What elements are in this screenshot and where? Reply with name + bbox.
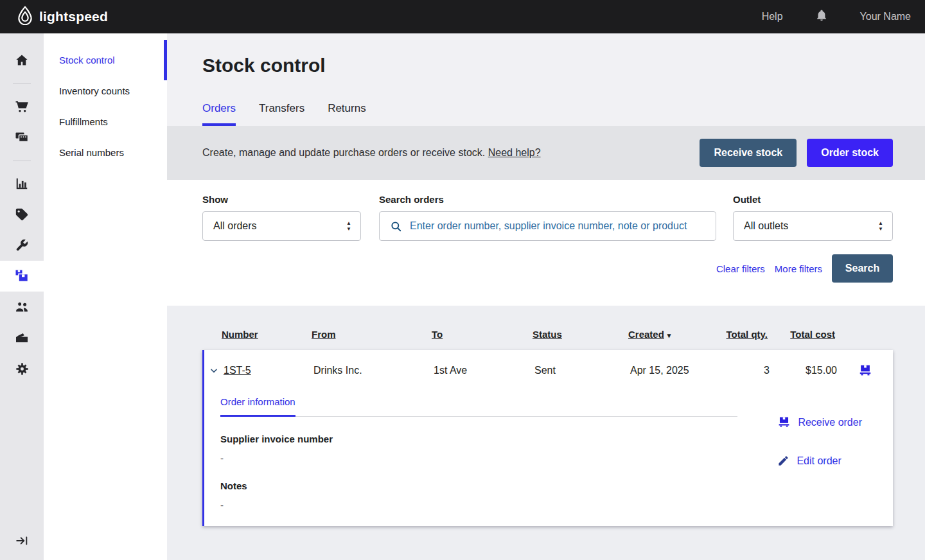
header-from[interactable]: From [312,329,336,340]
cash-drawer-icon[interactable] [0,322,44,353]
show-dropdown[interactable]: All orders ▲▼ [202,211,361,241]
order-total-qty: 3 [725,365,770,376]
register-icon[interactable] [0,122,44,153]
pencil-icon [777,455,789,467]
sort-desc-icon: ▾ [667,331,671,339]
header-number[interactable]: Number [222,329,258,340]
search-orders-input[interactable] [410,220,707,232]
clear-filters-link[interactable]: Clear filters [716,263,765,274]
order-row[interactable]: 1ST-5 Drinks Inc. 1st Ave Sent Apr 15, 2… [202,350,893,390]
tab-orders[interactable]: Orders [202,102,236,126]
outlet-dropdown[interactable]: All outlets ▲▼ [733,211,893,241]
order-from: Drinks Inc. [313,365,434,376]
notifications-bell-icon[interactable] [815,8,828,25]
sidebar-item-serial-numbers[interactable]: Serial numbers [44,137,167,168]
banner-text: Create, manage and update purchase order… [202,147,485,158]
search-icon [390,220,402,232]
user-menu[interactable]: Your Name [860,11,911,22]
header-created[interactable]: Created [628,329,664,340]
help-link[interactable]: Help [762,11,783,22]
order-stock-button[interactable]: Order stock [807,139,893,167]
catalog-tag-icon[interactable] [0,199,44,230]
outlet-label: Outlet [733,194,893,205]
outlet-dropdown-value: All outlets [744,220,788,232]
sell-cart-icon[interactable] [0,91,44,122]
notes-value: - [220,500,893,511]
reporting-chart-icon[interactable] [0,168,44,199]
header-to[interactable]: To [432,329,443,340]
info-banner: Create, manage and update purchase order… [167,126,925,180]
notes-label: Notes [220,480,893,491]
header-total-cost[interactable]: Total cost [790,329,835,340]
collapse-row-chevron-icon[interactable] [204,365,224,376]
rail-divider [0,153,44,168]
filters-panel: Show All orders ▲▼ Search orders [167,180,925,306]
receive-stock-button[interactable]: Receive stock [700,139,797,167]
search-button[interactable]: Search [832,254,893,283]
show-label: Show [202,194,361,205]
sidebar-item-fulfillments[interactable]: Fulfillments [44,106,167,137]
lightspeed-logo[interactable]: lightspeed [17,6,108,28]
tab-order-information[interactable]: Order information [220,396,295,417]
header-total-qty[interactable]: Total qty. [727,329,768,340]
stock-control-icon[interactable] [0,261,44,292]
brand-wordmark: lightspeed [39,9,108,24]
tab-transfers[interactable]: Transfers [259,102,304,126]
orders-table-header: Number From To Status Created▾ Total qty… [202,329,893,350]
dropdown-spinner-icon: ▲▼ [346,221,351,231]
need-help-link[interactable]: Need help? [488,147,541,158]
sidebar-item-inventory-counts[interactable]: Inventory counts [44,75,167,106]
tab-returns[interactable]: Returns [328,102,366,126]
rail-divider [0,76,44,91]
order-created: Apr 15, 2025 [630,365,725,376]
header-status[interactable]: Status [533,329,562,340]
receive-pallet-icon[interactable] [837,363,893,378]
search-orders-field[interactable] [379,211,716,241]
page-title: Stock control [202,55,925,76]
top-bar: lightspeed Help Your Name [0,0,925,33]
home-icon[interactable] [0,45,44,76]
collapse-sidebar-icon[interactable] [0,525,44,556]
receive-order-link[interactable]: Receive order [777,416,862,429]
search-orders-label: Search orders [379,194,716,205]
order-number-link[interactable]: 1ST-5 [224,365,251,376]
flame-icon [17,6,33,28]
more-filters-link[interactable]: More filters [775,263,822,274]
order-status: Sent [534,365,630,376]
icon-rail [0,33,44,560]
stock-tabs: Orders Transfers Returns [202,102,925,126]
customers-icon[interactable] [0,292,44,322]
order-card: 1ST-5 Drinks Inc. 1st Ave Sent Apr 15, 2… [202,350,893,526]
dropdown-spinner-icon: ▲▼ [878,221,883,231]
stock-control-page: lightspeed Help Your Name [0,0,925,560]
show-dropdown-value: All orders [213,220,257,232]
orders-table: Number From To Status Created▾ Total qty… [167,306,925,560]
edit-order-link[interactable]: Edit order [777,455,862,467]
order-total-cost: $15.00 [770,365,837,376]
settings-gear-icon[interactable] [0,353,44,384]
setup-wrench-icon[interactable] [0,230,44,261]
active-indicator [164,40,167,80]
sidebar-item-stock-control[interactable]: Stock control [44,44,167,75]
receive-pallet-icon [777,416,791,429]
order-to: 1st Ave [434,365,534,376]
stock-sidebar: Stock control Inventory counts Fulfillme… [44,33,167,560]
